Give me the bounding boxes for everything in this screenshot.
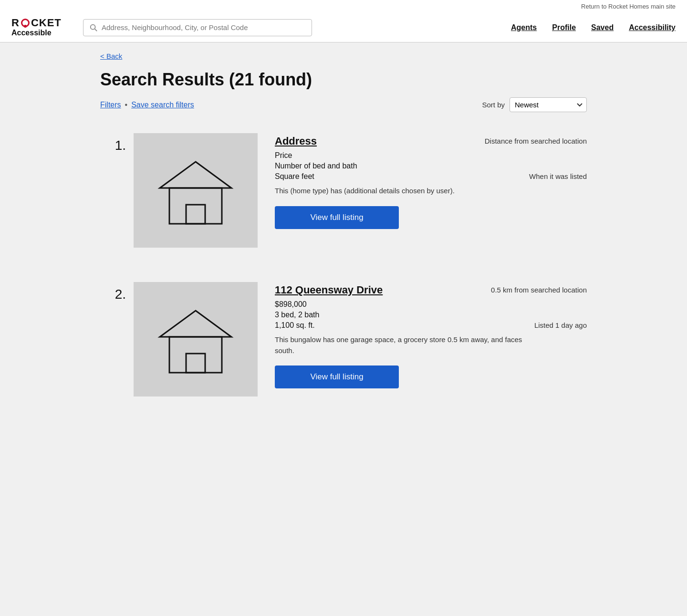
svg-rect-7 [186, 354, 205, 373]
page-title: Search Results (21 found) [100, 70, 587, 90]
listing-sqft-2: 1,100 sq. ft. [275, 321, 315, 330]
nav-profile[interactable]: Profile [552, 23, 576, 32]
filters-left: Filters • Save search filters [100, 101, 194, 109]
listing-address-2[interactable]: 112 Queensway Drive [275, 284, 383, 296]
filters-row: Filters • Save search filters Sort by Ne… [100, 97, 587, 112]
filters-link[interactable]: Filters [100, 101, 121, 109]
view-listing-button-2[interactable]: View full listing [275, 365, 399, 388]
search-bar [83, 19, 312, 36]
listing-header-1: Address Distance from searched location [275, 135, 587, 147]
main-nav: Agents Profile Saved Accessibility [511, 23, 676, 32]
listing-description-1: This (home type) has (additional details… [275, 186, 523, 197]
svg-point-0 [91, 24, 95, 29]
sort-row: Sort by Newest Oldest Price: Low to High… [482, 97, 587, 112]
svg-marker-5 [160, 311, 231, 337]
listing-distance-1: Distance from searched location [485, 135, 587, 145]
listing-number-2: 2. [100, 282, 134, 302]
listing-details-1: Address Distance from searched location … [275, 133, 587, 229]
logo[interactable]: RCKET Accessible [11, 18, 73, 37]
nav-saved[interactable]: Saved [591, 23, 614, 32]
listing-sqft-row-1: Square feet When it was listed [275, 172, 587, 181]
view-listing-button-1[interactable]: View full listing [275, 206, 399, 229]
svg-rect-4 [186, 205, 205, 224]
search-input[interactable] [102, 23, 306, 31]
logo-sub-text: Accessible [11, 28, 52, 37]
search-icon [89, 23, 98, 32]
listing-description-2: This bungalow has one garage space, a gr… [275, 334, 523, 356]
listing-price-2: $898,000 [275, 300, 587, 309]
house-icon-1 [157, 155, 234, 226]
listing-listed-1: When it was listed [529, 172, 587, 181]
sort-select[interactable]: Newest Oldest Price: Low to High Price: … [510, 97, 587, 112]
svg-rect-6 [169, 337, 222, 373]
listing-image-1 [134, 133, 258, 248]
listing-details-2: 112 Queensway Drive 0.5 km from searched… [275, 282, 587, 388]
site-header: RCKET Accessible Agents Profile Saved Ac… [0, 13, 687, 42]
svg-marker-2 [160, 162, 231, 188]
sort-label: Sort by [482, 101, 505, 109]
back-link[interactable]: < Back [100, 52, 122, 60]
listing-distance-2: 0.5 km from searched location [491, 284, 587, 294]
listing-number-1: 1. [100, 133, 134, 153]
listing-address-1[interactable]: Address [275, 135, 317, 147]
save-search-link[interactable]: Save search filters [131, 101, 194, 109]
listing-sqft-row-2: 1,100 sq. ft. Listed 1 day ago [275, 321, 587, 330]
nav-agents[interactable]: Agents [511, 23, 537, 32]
main-content: < Back Search Results (21 found) Filters… [81, 42, 606, 452]
listing-header-2: 112 Queensway Drive 0.5 km from searched… [275, 284, 587, 296]
listing-image-2 [134, 282, 258, 397]
nav-accessibility[interactable]: Accessibility [629, 23, 676, 32]
top-banner: Return to Rocket Homes main site [0, 0, 687, 13]
listing-beds-2: 3 bed, 2 bath [275, 311, 587, 319]
bullet-separator: • [125, 101, 128, 109]
return-to-main-link[interactable]: Return to Rocket Homes main site [581, 3, 676, 10]
logo-rocket-text: RCKET [11, 18, 62, 28]
svg-line-1 [95, 29, 97, 31]
svg-rect-3 [169, 188, 222, 224]
listing-price-1: Price [275, 151, 587, 160]
listing-listed-2: Listed 1 day ago [534, 321, 587, 330]
house-icon-2 [157, 303, 234, 375]
listing-beds-1: Number of bed and bath [275, 162, 587, 170]
logo-o-ring [21, 19, 30, 27]
listing-sqft-1: Square feet [275, 172, 314, 181]
listing-card-2: 2. 112 Queensway Drive 0.5 km from searc… [100, 274, 587, 404]
listing-card-1: 1. Address Distance from searched locati… [100, 125, 587, 255]
